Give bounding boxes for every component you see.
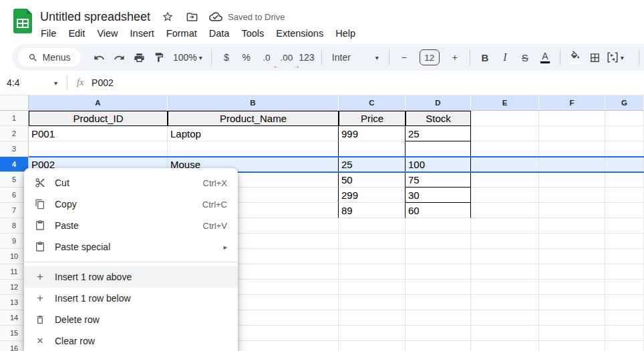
cell-D2[interactable]: 25	[406, 126, 471, 141]
menu-format[interactable]: Format	[160, 27, 203, 40]
cell-G6[interactable]	[605, 188, 644, 203]
cell-E9[interactable]	[471, 234, 539, 249]
cell-D7[interactable]: 60	[406, 203, 471, 218]
col-header-B[interactable]: B	[168, 95, 339, 111]
font-size-input[interactable]: 12	[420, 49, 440, 65]
row-header-2[interactable]: 2	[0, 126, 29, 141]
merge-cells-button[interactable]: ▾	[605, 48, 625, 67]
document-title[interactable]: Untitled spreadsheet	[40, 10, 150, 24]
cell-G3[interactable]	[605, 141, 644, 157]
cell-A2[interactable]: P001	[29, 126, 168, 141]
cell-C6[interactable]: 299	[339, 188, 406, 203]
cell-C10[interactable]	[339, 249, 406, 264]
redo-button[interactable]	[109, 48, 129, 67]
cell-D12[interactable]	[406, 280, 471, 295]
grid-corner[interactable]	[0, 95, 29, 111]
cell-F16[interactable]	[539, 341, 605, 351]
cell-F3[interactable]	[539, 141, 605, 157]
cell-C7[interactable]: 89	[339, 203, 406, 218]
menu-insert[interactable]: Insert	[124, 27, 160, 40]
decrease-font-size-button[interactable]: −	[394, 48, 414, 67]
cell-E6[interactable]	[471, 188, 539, 203]
cell-C5[interactable]: 50	[339, 172, 406, 188]
cell-D16[interactable]	[406, 341, 471, 351]
col-header-C[interactable]: C	[339, 95, 406, 111]
cell-E11[interactable]	[471, 264, 539, 280]
menus-search-button[interactable]: Menus	[18, 48, 81, 67]
cell-D9[interactable]	[406, 234, 471, 249]
cell-C3[interactable]	[339, 141, 406, 157]
cell-C15[interactable]	[339, 326, 406, 341]
cell-F11[interactable]	[539, 264, 605, 280]
context-menu-item-insert-1-row-below[interactable]: +Insert 1 row below	[24, 288, 238, 309]
cell-B2[interactable]: Laptop	[168, 126, 339, 141]
decrease-decimal-button[interactable]: .0 ←	[257, 48, 277, 67]
cell-F5[interactable]	[539, 172, 605, 188]
currency-format-button[interactable]: $	[216, 48, 236, 67]
cell-G4[interactable]	[605, 157, 644, 172]
menu-file[interactable]: File	[35, 27, 62, 40]
increase-decimal-button[interactable]: .00 →	[277, 48, 297, 67]
cell-F1[interactable]	[539, 111, 605, 126]
cell-D14[interactable]	[406, 310, 471, 326]
cell-E2[interactable]	[471, 126, 539, 141]
cell-F4[interactable]	[539, 157, 605, 172]
undo-button[interactable]	[89, 48, 109, 67]
paint-format-button[interactable]	[149, 48, 169, 67]
zoom-selector[interactable]: 100% ▾	[169, 52, 206, 63]
cell-E5[interactable]	[471, 172, 539, 188]
italic-button[interactable]: I	[495, 48, 515, 67]
context-menu-item-copy[interactable]: CopyCtrl+C	[24, 194, 238, 215]
cell-B1[interactable]: Product_Name	[168, 111, 339, 126]
cell-G9[interactable]	[605, 234, 644, 249]
menu-tools[interactable]: Tools	[235, 27, 270, 40]
cell-D11[interactable]	[406, 264, 471, 280]
cell-C14[interactable]	[339, 310, 406, 326]
cell-G1[interactable]	[605, 111, 644, 126]
col-header-A[interactable]: A	[29, 95, 168, 111]
context-menu-item-delete-row[interactable]: Delete row	[24, 309, 238, 330]
cell-E14[interactable]	[471, 310, 539, 326]
context-menu-item-cut[interactable]: CutCtrl+X	[24, 172, 238, 194]
cell-E12[interactable]	[471, 280, 539, 295]
cell-F7[interactable]	[539, 203, 605, 218]
cell-G10[interactable]	[605, 249, 644, 264]
context-menu-item-clear-row[interactable]: ×Clear row	[24, 330, 238, 351]
context-menu-item-insert-1-row-above[interactable]: +Insert 1 row above	[24, 266, 238, 288]
cell-G11[interactable]	[605, 264, 644, 280]
cell-C1[interactable]: Price	[339, 111, 406, 126]
cell-C2[interactable]: 999	[339, 126, 406, 141]
cell-E7[interactable]	[471, 203, 539, 218]
cell-C8[interactable]	[339, 218, 406, 234]
move-folder-icon[interactable]	[185, 10, 198, 23]
cell-F6[interactable]	[539, 188, 605, 203]
cell-C16[interactable]	[339, 341, 406, 351]
sheets-logo-icon[interactable]	[13, 9, 32, 33]
cell-E13[interactable]	[471, 295, 539, 310]
name-box[interactable]: 4:4 ▾	[0, 77, 64, 88]
col-header-E[interactable]: E	[471, 95, 539, 111]
cell-D3[interactable]	[406, 141, 471, 157]
cell-G8[interactable]	[605, 218, 644, 234]
context-menu-item-paste[interactable]: PasteCtrl+V	[24, 215, 238, 236]
cell-G2[interactable]	[605, 126, 644, 141]
col-header-G[interactable]: G	[605, 95, 644, 111]
bold-button[interactable]: B	[475, 48, 495, 67]
cell-G12[interactable]	[605, 280, 644, 295]
cell-E10[interactable]	[471, 249, 539, 264]
row-header-1[interactable]: 1	[0, 111, 29, 126]
cell-D4[interactable]: 100	[406, 157, 471, 172]
cell-C4[interactable]: 25	[339, 157, 406, 172]
cell-G16[interactable]	[605, 341, 644, 351]
cell-D13[interactable]	[406, 295, 471, 310]
menu-help[interactable]: Help	[329, 27, 361, 40]
cell-E8[interactable]	[471, 218, 539, 234]
cell-E16[interactable]	[471, 341, 539, 351]
col-header-F[interactable]: F	[539, 95, 605, 111]
cell-C13[interactable]	[339, 295, 406, 310]
menu-extensions[interactable]: Extensions	[270, 27, 329, 40]
cell-E15[interactable]	[471, 326, 539, 341]
cell-G13[interactable]	[605, 295, 644, 310]
cell-E4[interactable]	[471, 157, 539, 172]
cell-F10[interactable]	[539, 249, 605, 264]
